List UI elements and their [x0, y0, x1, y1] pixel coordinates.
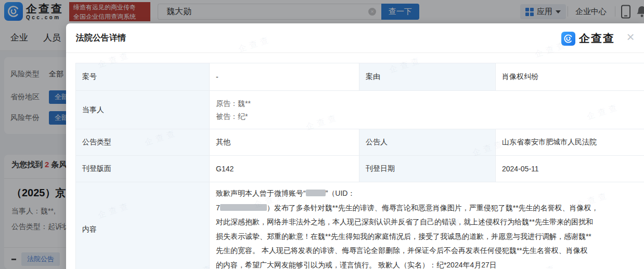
content-fragment: 的内容，希望广大网友能够引以为戒，谨言慎行。 致歉人（实名）：纪*2024年4月…	[216, 261, 497, 269]
table-row: 当事人 原告：魏** 被告：纪*	[76, 91, 644, 129]
field-value-publish-date: 2024-05-11	[496, 156, 644, 182]
content-fragment: 损失表示诚挚、郑重的歉意！在魏**先生得知我的家庭情况后，接受了我诚恳的道歉，并…	[216, 232, 591, 240]
announcement-detail-table: 案号 - 案由 肖像权纠纷 当事人 原告：魏** 被告：纪* 公告类型 其他 公…	[75, 63, 644, 269]
redacted-text	[220, 204, 267, 211]
table-row: 公告类型 其他 公告人 山东省泰安市肥城市人民法院	[76, 129, 644, 156]
defendant-line: 被告：纪*	[216, 110, 644, 123]
content-text: 致歉声明本人曾于微博账号“”（UID：7）发布了多条针对魏**先生的诽谤、侮辱言…	[216, 186, 636, 269]
field-value-cause: 肖像权纠纷	[496, 63, 644, 91]
field-value-page-layout: G142	[210, 156, 359, 182]
qcc-logo-icon	[561, 32, 575, 46]
field-label-parties: 当事人	[76, 91, 210, 129]
content-fragment: ”（UID：	[326, 189, 355, 197]
field-label-announcement-type: 公告类型	[76, 129, 210, 156]
content-fragment: 对此深感抱歉，网络并非法外之地，本人现已深刻认识并反省了自己的错误，就上述侵权行…	[216, 218, 593, 226]
field-label-announcer: 公告人	[359, 129, 496, 156]
table-row: 内容 致歉声明本人曾于微博账号“”（UID：7）发布了多条针对魏**先生的诽谤、…	[76, 182, 644, 269]
field-label-page-layout: 刊登版面	[76, 156, 210, 182]
modal-header: 法院公告详情 企查查 ×	[66, 23, 644, 53]
page: 企查查 Qcc.com 缔造有远见的商业传奇 全国企业信用查询系统 × 查一下 …	[0, 0, 644, 269]
content-fragment: 致歉声明本人曾于微博账号“	[216, 189, 306, 197]
court-announcement-detail-modal: 法院公告详情 企查查 × 企查查企查查企查查企查查企查查企查查企查查企查查企查查…	[66, 23, 644, 269]
field-label-publish-date: 刊登日期	[359, 156, 496, 182]
field-label-case-number: 案号	[76, 63, 210, 91]
field-value-parties: 原告：魏** 被告：纪*	[210, 91, 644, 129]
plaintiff-line: 原告：魏**	[216, 97, 644, 110]
content-fragment: 7	[216, 204, 220, 212]
field-value-content: 致歉声明本人曾于微博账号“”（UID：7）发布了多条针对魏**先生的诽谤、侮辱言…	[210, 182, 644, 269]
field-value-announcement-type: 其他	[210, 129, 359, 156]
field-label-content: 内容	[76, 182, 210, 269]
table-row: 刊登版面 G142 刊登日期 2024-05-11	[76, 156, 644, 182]
field-value-announcer: 山东省泰安市肥城市人民法院	[496, 129, 644, 156]
modal-title: 法院公告详情	[76, 23, 126, 52]
close-icon[interactable]: ×	[623, 30, 638, 44]
content-fragment: 先生的宽容。 本人现已将发表的诽谤、侮辱言论全部删除，并保证今后不会再发表任何侵…	[216, 246, 588, 254]
field-value-case-number: -	[210, 63, 359, 91]
content-fragment: ）发布了多条针对魏**先生的诽谤、侮辱言论和恶意肖像图片，严重侵犯了魏**先生的…	[267, 204, 599, 212]
modal-brand-name: 企查查	[579, 31, 615, 46]
table-row: 案号 - 案由 肖像权纠纷	[76, 63, 644, 91]
modal-brand-logo: 企查查	[561, 31, 615, 46]
redacted-text	[306, 190, 326, 196]
field-label-cause: 案由	[359, 63, 496, 91]
